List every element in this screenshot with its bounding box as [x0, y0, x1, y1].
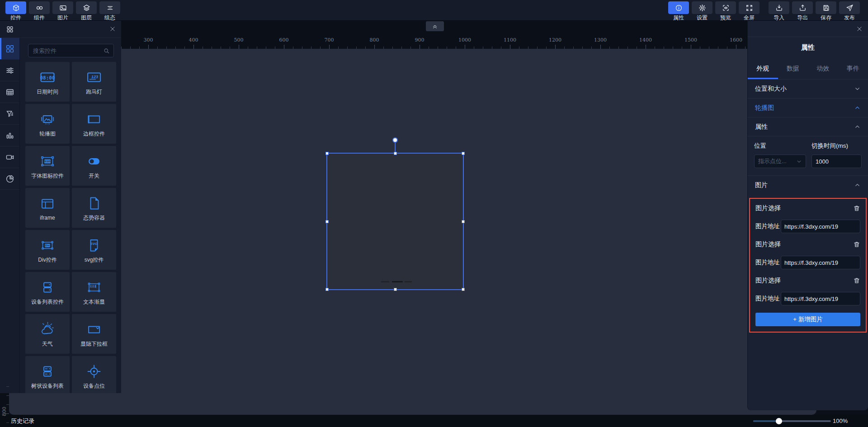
trash-icon[interactable] [853, 205, 860, 212]
position-select[interactable]: 指示点位... [754, 155, 806, 168]
trash-icon[interactable] [853, 277, 860, 284]
selected-carousel-widget[interactable] [326, 153, 464, 290]
ruler-label: 800 [1, 405, 7, 418]
header.left_items-button-2[interactable]: 图片 [52, 1, 74, 21]
apps-icon [5, 44, 14, 53]
header.left_items-button-3[interactable]: 图层 [75, 1, 98, 21]
resize-handle-nw[interactable] [326, 152, 329, 155]
widget-card[interactable]: iframe [25, 188, 70, 228]
rail-item-pie[interactable] [0, 168, 19, 190]
resize-handle-n[interactable] [394, 152, 397, 155]
resize-handle-sw[interactable] [326, 288, 329, 291]
screen-designer-app: 3004005006007008009001000110012001300140… [0, 0, 868, 427]
header.right_items-button-7[interactable]: 发布 [838, 1, 861, 21]
rail-item-bar-chart[interactable] [0, 125, 19, 146]
zoom-slider-thumb[interactable] [776, 418, 782, 424]
history-label[interactable]: 历史记录 [11, 415, 34, 427]
resize-handle-w[interactable] [326, 220, 329, 223]
widget-card[interactable]: 显隐下拉框 [72, 314, 116, 354]
image-url-input[interactable] [781, 256, 860, 269]
rotation-handle[interactable] [392, 137, 398, 143]
video-icon [5, 153, 14, 162]
header.right_items-button-0[interactable]: 属性 [667, 1, 690, 21]
iframe-widget-icon [38, 195, 57, 213]
double-chevron-up-icon [432, 23, 438, 29]
image-group: 图片选择图片地址 [755, 200, 860, 236]
header.right_items-button-6[interactable]: 保存 [815, 1, 837, 21]
header.left_items-button-0[interactable]: 控件 [5, 1, 27, 21]
widget-label: 态势容器 [83, 214, 105, 222]
widget-card[interactable]: 1111文本渐显 [72, 272, 116, 312]
section-position-size[interactable]: 位置和大小 [748, 80, 868, 99]
widget-card[interactable]: 态势容器 [72, 188, 116, 228]
widget-card[interactable]: 树状设备列表 [25, 356, 70, 393]
header.left_items-button-1[interactable]: 组件 [28, 1, 51, 21]
image-select-label[interactable]: 图片选择 [755, 240, 781, 249]
toolbar-label: 全屏 [744, 15, 755, 21]
search-icon[interactable] [103, 47, 110, 54]
widget-card[interactable]: DivDiv控件 [25, 230, 70, 270]
widget-label: 树状设备列表 [31, 382, 64, 390]
ruler-label: 600 [279, 37, 289, 43]
rail-item-apps[interactable] [0, 38, 19, 60]
image-url-input[interactable] [781, 292, 860, 305]
zoom-slider-track[interactable] [753, 420, 831, 422]
widget-card[interactable]: 轮播图 [25, 104, 70, 144]
inspector-tab-data[interactable]: 数据 [778, 58, 808, 79]
inspector-panel: 属性 外观数据动效事件 位置和大小 轮播图 属性 位置 指示点位... 切换时间… [747, 21, 868, 410]
widget-card[interactable]: 08:00日期时间 [25, 62, 70, 102]
widget-card[interactable]: 设备列表控件 [25, 272, 70, 312]
resize-handle-s[interactable] [394, 288, 397, 291]
sliders-icon [5, 66, 14, 75]
header.right_items-button-1[interactable]: 设置 [691, 1, 713, 21]
svg-text:08:00: 08:00 [40, 75, 55, 80]
image-address-label: 图片地址 [755, 295, 780, 303]
datetime-widget-icon: 08:00 [38, 68, 57, 86]
header.right_items-button-4[interactable]: 导入 [768, 1, 790, 21]
widget-card[interactable]: icon字体图标控件 [25, 146, 70, 186]
widget-card[interactable]: 设备点位 [72, 356, 116, 393]
image-url-input[interactable] [781, 220, 860, 233]
header.left_items-button-4[interactable]: 组态 [99, 1, 121, 21]
ruler-label: 1300 [594, 37, 607, 43]
header.right_items-button-3[interactable]: 全屏 [738, 1, 760, 21]
header.right_items-button-5[interactable]: 导出 [791, 1, 814, 21]
section-carousel[interactable]: 轮播图 [748, 99, 868, 117]
widget-card[interactable]: 123跑马灯 [72, 62, 116, 102]
image-group: 图片选择图片地址 [755, 272, 860, 308]
widget-label: 跑马灯 [86, 88, 102, 96]
container-widget-icon [85, 194, 103, 212]
close-icon[interactable] [856, 26, 863, 32]
toolbar-label: 组态 [104, 15, 115, 21]
add-image-button[interactable]: + 新增图片 [755, 313, 860, 326]
section-attrs[interactable]: 属性 [748, 117, 868, 136]
resize-handle-ne[interactable] [462, 152, 465, 155]
carousel-indicator-dash-active [392, 281, 403, 282]
search-input[interactable] [33, 47, 103, 54]
widget-panel: 08:00日期时间123跑马灯轮播图边框控件icon字体图标控件开关iframe… [0, 21, 121, 393]
inspector-tab-animation[interactable]: 动效 [808, 58, 838, 79]
resize-handle-se[interactable] [462, 288, 465, 291]
resize-handle-e[interactable] [462, 220, 465, 223]
image-select-label[interactable]: 图片选择 [755, 277, 781, 285]
trash-icon[interactable] [853, 241, 860, 248]
rail-item-funnel[interactable] [0, 103, 19, 125]
inspector-tab-appearance[interactable]: 外观 [748, 58, 778, 79]
section-image[interactable]: 图片 [748, 175, 868, 194]
inspector-tab-events[interactable]: 事件 [838, 58, 868, 79]
widget-label: svg控件 [85, 256, 104, 264]
rail-item-table[interactable] [0, 81, 19, 103]
close-icon[interactable] [109, 26, 116, 32]
widget-card[interactable]: SVGsvg控件 [72, 230, 116, 270]
switch-time-input[interactable] [811, 155, 862, 168]
chevron-down-icon [854, 85, 861, 92]
widget-card[interactable]: 开关 [72, 146, 116, 186]
image-address-label: 图片地址 [755, 222, 780, 230]
collapse-toolbar-tab[interactable] [426, 21, 444, 31]
rail-item-sliders[interactable] [0, 60, 19, 81]
widget-card[interactable]: 边框控件 [72, 104, 116, 144]
widget-card[interactable]: 天气 [25, 314, 70, 354]
image-select-label[interactable]: 图片选择 [755, 204, 781, 212]
header.right_items-button-2[interactable]: 预览 [714, 1, 737, 21]
rail-item-video[interactable] [0, 146, 19, 168]
